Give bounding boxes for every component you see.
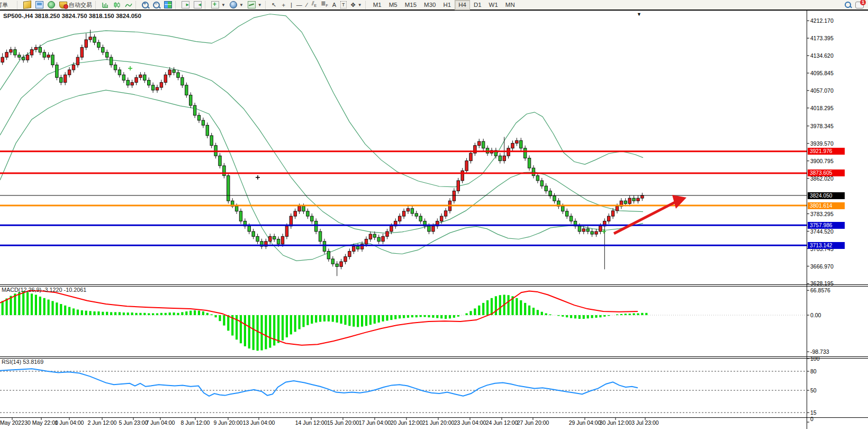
candle-body	[102, 47, 104, 52]
candle-body	[465, 161, 468, 171]
candle-body	[520, 140, 522, 148]
candle-body	[578, 226, 581, 231]
candle-body	[252, 231, 255, 236]
candle-body	[591, 231, 593, 234]
candle-body	[256, 236, 259, 241]
candle-body	[319, 231, 321, 242]
candle-body	[85, 40, 87, 47]
candle-body	[528, 158, 530, 168]
price-tick-label: 3939.570	[810, 140, 834, 147]
candle-body	[428, 226, 430, 231]
candle-body	[93, 37, 96, 42]
candle-body	[235, 206, 238, 211]
candle-body	[298, 206, 301, 211]
price-tick-label: 4018.295	[810, 105, 834, 111]
candle-body	[72, 65, 75, 70]
candle-body	[344, 257, 347, 262]
candle-body	[26, 55, 29, 60]
candle-body	[18, 55, 21, 57]
candle-body	[641, 195, 644, 198]
time-tick-label: 30 May 22:00	[24, 419, 58, 426]
candle-body	[503, 156, 505, 160]
candle-body	[637, 198, 639, 201]
candle-body	[402, 211, 405, 216]
time-tick-label: 21 Jun 20:00	[422, 419, 455, 426]
price-tick-label: 4057.070	[810, 87, 834, 94]
candle-body	[68, 70, 70, 75]
candle-body	[323, 242, 326, 252]
candle-body	[340, 262, 342, 266]
candle-body	[624, 201, 627, 203]
rsi-indicator-label: RSI(14) 53.8169	[2, 359, 43, 365]
chart-canvas[interactable]	[0, 0, 868, 429]
candle-body	[390, 226, 393, 231]
candle-body	[1, 57, 4, 62]
candle-body	[632, 198, 635, 201]
price-line-badge: 3713.142	[808, 242, 845, 249]
candle-body	[39, 47, 41, 52]
candle-body	[173, 70, 175, 73]
candle-body	[562, 206, 564, 211]
indicator-line	[0, 369, 638, 396]
time-tick-label: 8 Jun 12:00	[181, 419, 210, 426]
candle-body	[151, 85, 154, 90]
candle-body	[348, 251, 351, 256]
candle-body	[10, 50, 12, 52]
candle-body	[14, 50, 16, 55]
chart-shift-marker[interactable]: ▼	[637, 12, 641, 17]
candle-body	[457, 181, 459, 191]
candle-body	[595, 231, 598, 234]
candle-body	[22, 57, 25, 60]
macd-tick-label: -98.733	[810, 348, 829, 355]
candle-body	[160, 83, 162, 87]
candle-body	[357, 246, 359, 249]
candle-body	[47, 55, 50, 57]
candle-body	[56, 65, 58, 78]
candle-body	[177, 73, 179, 77]
symbol-ohlc-line: SP500-,H4 3818.250 3824.750 3818.150 382…	[3, 13, 141, 19]
time-tick-label: 27 Jun 20:00	[517, 419, 549, 426]
candle-body	[219, 156, 221, 166]
time-tick-label: 29 Jun 04:00	[569, 419, 601, 426]
candle-body	[608, 216, 610, 221]
trend-arrow-head[interactable]	[672, 195, 686, 209]
candle-body	[148, 80, 150, 85]
candle-body	[126, 80, 129, 85]
indicator-line	[0, 14, 643, 187]
candle-body	[377, 237, 380, 242]
price-line-badge: 3824.050	[808, 192, 845, 199]
macd-tick-label: 0.00	[810, 312, 821, 318]
candle-body	[181, 77, 184, 85]
candle-body	[415, 213, 418, 216]
candle-body	[419, 216, 422, 221]
candle-body	[453, 191, 455, 201]
rsi-tick-label: 15	[810, 409, 817, 416]
candle-body	[582, 229, 585, 231]
candle-body	[569, 216, 572, 221]
price-line-badge: 3801.614	[808, 202, 845, 209]
candle-body	[189, 95, 192, 105]
candle-body	[34, 47, 37, 49]
candle-body	[185, 85, 188, 95]
candle-body	[131, 83, 133, 85]
indicator-line	[0, 291, 638, 345]
candle-body	[599, 226, 602, 231]
candle-body	[89, 37, 92, 40]
candle-body	[399, 216, 401, 221]
time-tick-label: 7 Jun 04:00	[146, 419, 175, 426]
price-tick-label: 3900.795	[810, 158, 834, 164]
price-tick-label: 4134.620	[810, 52, 834, 59]
candle-body	[306, 211, 309, 216]
trend-arrow-line[interactable]	[614, 202, 675, 234]
candle-body	[611, 211, 614, 216]
candle-body	[553, 196, 556, 201]
candle-body	[239, 211, 242, 221]
time-tick-label: 17 Jun 04:00	[359, 419, 391, 426]
candle-body	[168, 70, 171, 75]
price-line-badge: 3757.986	[808, 222, 845, 229]
candle-body	[97, 42, 100, 47]
candle-body	[511, 143, 514, 148]
candle-body	[382, 236, 384, 241]
candle-body	[461, 171, 464, 181]
price-tick-label: 3978.345	[810, 123, 834, 129]
